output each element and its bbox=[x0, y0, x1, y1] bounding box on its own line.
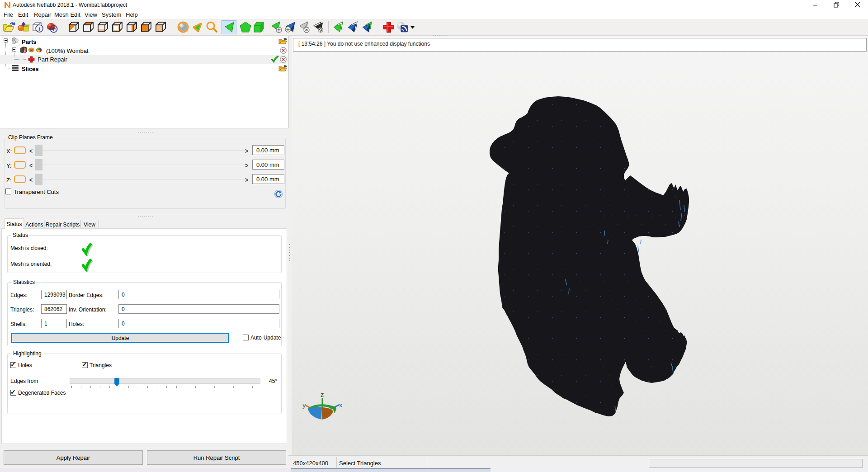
svg-text:!: ! bbox=[24, 51, 25, 53]
svg-text:z: z bbox=[321, 391, 324, 398]
